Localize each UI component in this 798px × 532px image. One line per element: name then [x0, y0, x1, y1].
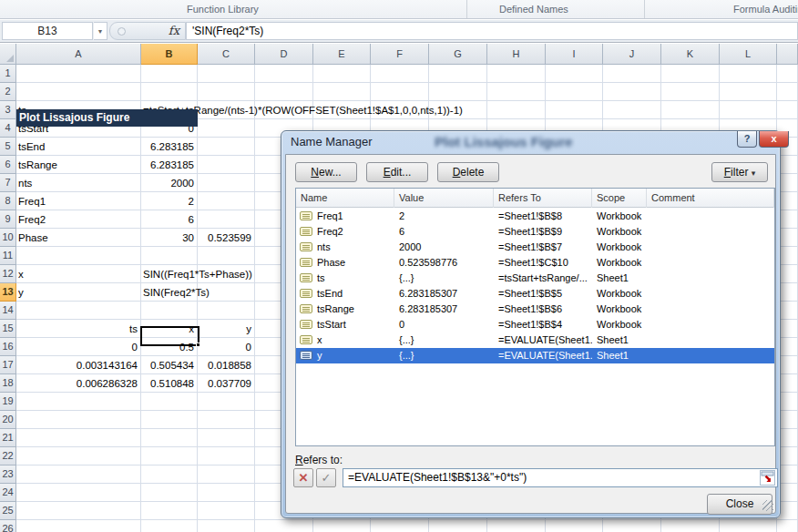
cell-B12[interactable]: SIN((Freq1*Ts+Phase)) — [143, 266, 252, 283]
list-column-comment[interactable]: Comment — [647, 189, 774, 208]
name-box-dropdown-icon[interactable]: ▼ — [94, 22, 107, 40]
name-row-tsStart[interactable]: tsStart0=Sheet1!$B$4Workbook — [296, 317, 774, 332]
name-row-ts[interactable]: ts{...}=tsStart+tsRange/...Sheet1 — [296, 271, 774, 286]
cancel-icon[interactable]: ✕ — [293, 468, 313, 487]
name-box[interactable]: B13 — [2, 22, 93, 40]
row-header-9[interactable]: 9 — [0, 210, 16, 229]
cell-C15[interactable]: y — [200, 321, 251, 338]
range-selector-icon[interactable] — [760, 470, 775, 486]
row-header-6[interactable]: 6 — [0, 156, 16, 174]
column-header-G[interactable]: G — [429, 44, 487, 65]
resize-grip-icon[interactable] — [762, 500, 773, 511]
cell-A5[interactable]: tsEnd — [18, 138, 138, 156]
cell-A7[interactable]: nts — [18, 175, 138, 192]
sheet-title-cell[interactable]: Plot Lissajous Figure — [16, 109, 198, 127]
name-row-x[interactable]: x{...}=EVALUATE(Sheet1...Sheet1 — [296, 332, 774, 348]
name-row-Freq1[interactable]: Freq12=Sheet1!$B$8Workbook — [296, 209, 774, 224]
cell-A18[interactable]: 0.006286328 — [18, 375, 138, 393]
column-header-A[interactable]: A — [16, 44, 141, 65]
column-header-E[interactable]: E — [313, 44, 371, 65]
delete-button[interactable]: Delete — [437, 162, 499, 182]
list-column-value[interactable]: Value — [394, 189, 494, 208]
row-header-10[interactable]: 10 — [0, 229, 16, 247]
edit-button[interactable]: Edit... — [366, 162, 428, 182]
cell-B17[interactable]: 0.505434 — [143, 357, 194, 374]
cell-A12[interactable]: x — [18, 266, 138, 283]
cell-B6[interactable]: 6.283185 — [143, 157, 194, 174]
row-header-26[interactable]: 26 — [0, 520, 16, 532]
row-header-19[interactable]: 19 — [0, 393, 16, 411]
row-header-2[interactable]: 2 — [0, 83, 16, 101]
name-row-tsEnd[interactable]: tsEnd6.283185307=Sheet1!$B$5Workbook — [296, 286, 774, 302]
confirm-icon[interactable]: ✓ — [316, 468, 336, 487]
row-header-8[interactable]: 8 — [0, 192, 16, 210]
cell-B10[interactable]: 30 — [143, 230, 194, 247]
name-row-Phase[interactable]: Phase0.523598776=Sheet1!$C$10Workbook — [296, 255, 774, 271]
cell-A17[interactable]: 0.003143164 — [18, 357, 138, 374]
list-column-name[interactable]: Name — [296, 189, 394, 208]
list-column-refers-to[interactable]: Refers To — [494, 189, 592, 208]
cell-B9[interactable]: 6 — [143, 211, 194, 229]
cell-C17[interactable]: 0.018858 — [200, 357, 251, 374]
row-header-22[interactable]: 22 — [0, 447, 16, 466]
cell-A15[interactable]: ts — [18, 321, 138, 338]
new-button[interactable]: New... — [295, 162, 357, 182]
cell-B13[interactable]: SIN(Freq2*Ts) — [143, 284, 210, 302]
row-header-15[interactable]: 15 — [0, 320, 16, 338]
cell-A16[interactable]: 0 — [18, 339, 138, 356]
column-header-I[interactable]: I — [546, 44, 603, 65]
column-header-F[interactable]: F — [371, 44, 429, 65]
row-header-4[interactable]: 4 — [0, 119, 16, 138]
help-button[interactable]: ? — [737, 131, 757, 148]
row-header-17[interactable]: 17 — [0, 356, 16, 374]
column-header-B[interactable]: B — [141, 44, 198, 65]
name-row-y[interactable]: y{...}=EVALUATE(Sheet1...Sheet1 — [296, 348, 774, 363]
selected-cell-border[interactable] — [140, 326, 200, 346]
row-header-14[interactable]: 14 — [0, 302, 16, 320]
row-header-7[interactable]: 7 — [0, 174, 16, 192]
column-header-J[interactable]: J — [603, 44, 661, 65]
list-column-scope[interactable]: Scope — [592, 189, 647, 208]
column-header-C[interactable]: C — [198, 44, 255, 65]
row-header-20[interactable]: 20 — [0, 411, 16, 429]
row-header-12[interactable]: 12 — [0, 265, 16, 283]
select-all-corner[interactable] — [0, 44, 16, 65]
cell-A9[interactable]: Freq2 — [18, 211, 138, 229]
row-header-11[interactable]: 11 — [0, 247, 16, 265]
row-header-23[interactable]: 23 — [0, 466, 16, 484]
refers-to-field[interactable]: =EVALUATE(Sheet1!$B$13&"+0*ts") — [343, 468, 778, 487]
cell-B5[interactable]: 6.283185 — [143, 138, 194, 156]
row-header-21[interactable]: 21 — [0, 429, 16, 447]
name-row-tsRange[interactable]: tsRange6.283185307=Sheet1!$B$6Workbook — [296, 302, 774, 317]
row-header-1[interactable]: 1 — [0, 65, 16, 83]
cell-C10[interactable]: 0.523599 — [200, 230, 251, 247]
column-header-D[interactable]: D — [255, 44, 313, 65]
close-icon[interactable]: x — [759, 131, 789, 148]
insert-function-icon[interactable]: fx — [169, 24, 179, 37]
cell-A10[interactable]: Phase — [18, 230, 138, 247]
fill-handle[interactable] — [196, 343, 200, 347]
cell-A6[interactable]: tsRange — [18, 157, 138, 174]
cell-C16[interactable]: 0 — [200, 339, 251, 356]
cell-B8[interactable]: 2 — [143, 193, 194, 210]
cell-A13[interactable]: y — [18, 284, 138, 302]
name-row-Freq2[interactable]: Freq26=Sheet1!$B$9Workbook — [296, 224, 774, 240]
row-header-24[interactable]: 24 — [0, 484, 16, 502]
column-header-K[interactable]: K — [661, 44, 720, 65]
name-row-nts[interactable]: nts2000=Sheet1!$B$7Workbook — [296, 240, 774, 255]
formula-input[interactable]: 'SIN(Freq2*Ts) — [186, 22, 798, 40]
filter-button[interactable]: Filter ▾ — [711, 162, 768, 182]
column-header-partial[interactable] — [777, 44, 798, 65]
row-header-18[interactable]: 18 — [0, 374, 16, 393]
row-header-13[interactable]: 13 — [0, 283, 16, 302]
row-header-16[interactable]: 16 — [0, 338, 16, 356]
cell-C18[interactable]: 0.037709 — [200, 375, 251, 393]
cell-B18[interactable]: 0.510848 — [143, 375, 194, 393]
column-header-L[interactable]: L — [720, 44, 777, 65]
row-header-25[interactable]: 25 — [0, 502, 16, 520]
column-header-H[interactable]: H — [487, 44, 546, 65]
row-header-3[interactable]: 3 — [0, 101, 16, 119]
cell-B7[interactable]: 2000 — [143, 175, 194, 192]
cell-A8[interactable]: Freq1 — [18, 193, 138, 210]
row-header-5[interactable]: 5 — [0, 138, 16, 156]
